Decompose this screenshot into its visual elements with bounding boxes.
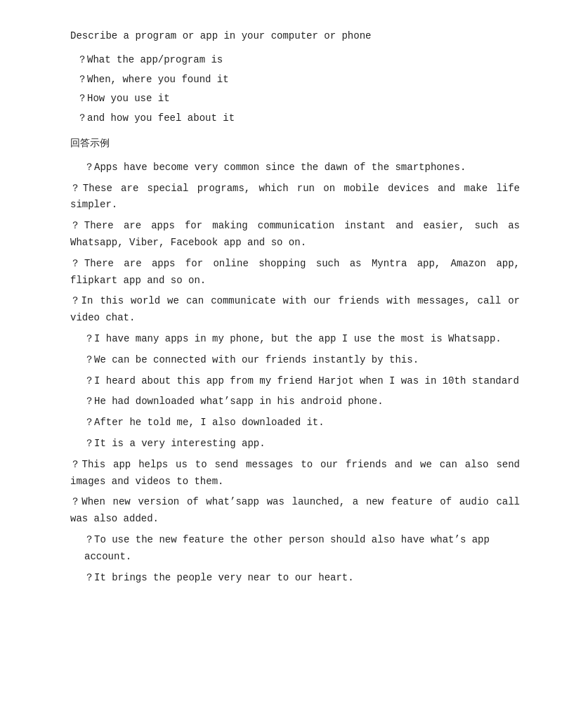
answer-item-9: ？After he told me, I also downloaded it. bbox=[70, 415, 520, 431]
prompt-item-4: ？and how you feel about it bbox=[70, 110, 520, 127]
answer-item-10: ？It is a very interesting app. bbox=[70, 436, 520, 453]
answer-item-5: ？I have many apps in my phone, but the a… bbox=[70, 331, 520, 348]
answer-item-2: ？There are apps for making communication… bbox=[70, 218, 520, 252]
prompt-item-1: ？What the app/program is bbox=[70, 52, 520, 69]
answer-item-0: ？Apps have become very common since the … bbox=[70, 160, 520, 176]
answer-item-14: ？It brings the people very near to our h… bbox=[70, 570, 520, 587]
answer-item-6: ？We can be connected with our friends in… bbox=[70, 352, 520, 369]
answers-container: ？Apps have become very common since the … bbox=[70, 160, 520, 587]
prompt-item-2: ？When, where you found it bbox=[70, 72, 520, 89]
answer-item-8: ？He had downloaded what’sapp in his andr… bbox=[70, 394, 520, 410]
answer-item-1: ？These are special programs, which run o… bbox=[70, 181, 520, 214]
answer-item-11: ？This app helps us to send messages to o… bbox=[70, 457, 520, 490]
answer-item-3: ？There are apps for online shopping such… bbox=[70, 256, 520, 290]
answer-item-4: ？In this world we can communicate with o… bbox=[70, 293, 520, 327]
prompt-item-3: ？How you use it bbox=[70, 91, 520, 108]
answer-item-13: ？To use the new feature the other person… bbox=[70, 532, 520, 566]
answer-item-7: ？I heard about this app from my friend H… bbox=[70, 373, 520, 390]
answer-item-12: ？When new version of what’sapp was launc… bbox=[70, 494, 520, 528]
prompt-title: Describe a program or app in your comput… bbox=[70, 28, 520, 45]
section-heading: 回答示例 bbox=[70, 136, 520, 152]
